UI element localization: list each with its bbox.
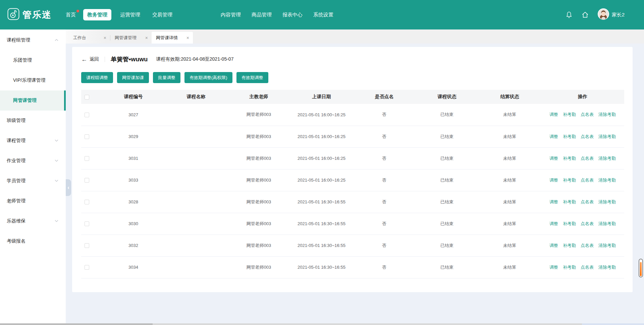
row-action-roll-call-sheet[interactable]: 点名表 xyxy=(581,265,594,270)
chevron-down-icon xyxy=(55,180,58,182)
sidebar-item-7[interactable]: 学员管理 xyxy=(0,171,66,191)
close-icon[interactable]: × xyxy=(104,36,106,40)
vertical-scrollbar-thumb[interactable] xyxy=(640,262,642,276)
table-row: 3029网管老师0032021-05-01 16:00~16:25否已结束未结算… xyxy=(81,126,624,147)
cell-roll-call: 否 xyxy=(353,191,416,213)
cell-course-name xyxy=(165,147,227,169)
row-action-roll-call-sheet[interactable]: 点名表 xyxy=(581,221,594,226)
row-checkbox[interactable] xyxy=(85,265,89,270)
nav-item-2[interactable]: 运营管理 xyxy=(120,9,140,20)
sidebar-item-0[interactable]: 课程组管理 xyxy=(0,30,66,50)
brand[interactable]: 管乐迷 xyxy=(7,8,66,21)
row-checkbox[interactable] xyxy=(85,221,89,226)
sidebar-item-1[interactable]: 乐团管理 xyxy=(0,50,66,70)
row-action-makeup-attendance[interactable]: 补考勤 xyxy=(563,178,576,183)
row-action-makeup-attendance[interactable]: 补考勤 xyxy=(563,199,576,204)
back-button[interactable]: ← 返回 xyxy=(81,56,99,62)
sidebar-item-6[interactable]: 作业管理 xyxy=(0,151,66,171)
tab-0[interactable]: 工作台× xyxy=(69,32,110,44)
action-button-2[interactable]: 批量调整 xyxy=(153,72,180,83)
sidebar-item-8[interactable]: 老师管理 xyxy=(0,191,66,211)
row-action-makeup-attendance[interactable]: 补考勤 xyxy=(563,243,576,248)
nav-item-3[interactable]: 交易管理 xyxy=(152,9,172,20)
row-action-clear-attendance[interactable]: 清除考勤 xyxy=(598,221,616,226)
row-action-makeup-attendance[interactable]: 补考勤 xyxy=(563,265,576,270)
row-action-adjust[interactable]: 调整 xyxy=(549,112,558,117)
home-icon[interactable] xyxy=(581,11,589,18)
row-checkbox[interactable] xyxy=(85,243,89,248)
page-header: ← 返回 单簧管•wuwu 课程有效期:2021-04-08至2021-05-0… xyxy=(81,55,624,64)
tab-label: 网管课管理 xyxy=(115,35,137,41)
vertical-scrollbar[interactable] xyxy=(639,259,643,277)
action-button-1[interactable]: 网管课加课 xyxy=(117,72,149,83)
row-action-clear-attendance[interactable]: 清除考勤 xyxy=(598,178,616,183)
row-action-adjust[interactable]: 调整 xyxy=(549,243,558,248)
tab-2[interactable]: 网管课详情× xyxy=(152,32,193,44)
row-checkbox-cell xyxy=(81,256,102,278)
nav-item-0[interactable]: 首页 xyxy=(66,9,76,20)
row-action-adjust[interactable]: 调整 xyxy=(549,265,558,270)
cell-course-status: 已结束 xyxy=(416,191,478,213)
row-checkbox[interactable] xyxy=(85,156,89,161)
row-action-clear-attendance[interactable]: 清除考勤 xyxy=(598,156,616,161)
row-checkbox[interactable] xyxy=(85,200,89,204)
select-all-checkbox[interactable] xyxy=(85,95,89,100)
chevron-down-icon xyxy=(55,220,58,222)
row-action-adjust[interactable]: 调整 xyxy=(549,156,558,161)
cell-settlement-status: 未结算 xyxy=(478,213,541,235)
row-action-clear-attendance[interactable]: 清除考勤 xyxy=(598,112,616,117)
row-action-makeup-attendance[interactable]: 补考勤 xyxy=(563,221,576,226)
action-button-0[interactable]: 课程组调整 xyxy=(81,72,113,83)
row-action-roll-call-sheet[interactable]: 点名表 xyxy=(581,156,594,161)
cell-settlement-status: 未结算 xyxy=(478,104,541,126)
tab-1[interactable]: 网管课管理× xyxy=(110,32,152,44)
nav-item-5[interactable]: 商品管理 xyxy=(252,9,272,20)
row-action-clear-attendance[interactable]: 清除考勤 xyxy=(598,243,616,248)
cell-actions: 调整补考勤点名表清除考勤 xyxy=(541,213,624,235)
sidebar-item-2[interactable]: VIP/乐理课管理 xyxy=(0,70,66,90)
user-menu[interactable]: 家长2 xyxy=(598,8,625,21)
row-action-makeup-attendance[interactable]: 补考勤 xyxy=(563,134,576,139)
row-checkbox-cell xyxy=(81,213,102,235)
action-button-3[interactable]: 有效期调整(高权限) xyxy=(184,72,232,83)
notification-bell-icon[interactable] xyxy=(566,11,573,19)
row-checkbox[interactable] xyxy=(85,134,89,139)
nav-item-1[interactable]: 教务管理 xyxy=(83,9,111,20)
row-action-clear-attendance[interactable]: 清除考勤 xyxy=(598,265,616,270)
cell-course-id: 3030 xyxy=(102,213,165,235)
row-checkbox[interactable] xyxy=(85,178,89,183)
sidebar-item-label: 网管课管理 xyxy=(13,97,37,104)
row-action-adjust[interactable]: 调整 xyxy=(549,134,558,139)
action-button-4[interactable]: 有效期调整 xyxy=(236,72,268,83)
row-action-roll-call-sheet[interactable]: 点名表 xyxy=(581,243,594,248)
row-checkbox[interactable] xyxy=(85,113,89,117)
nav-item-7[interactable]: 系统设置 xyxy=(313,9,333,20)
row-action-makeup-attendance[interactable]: 补考勤 xyxy=(563,112,576,117)
sidebar-item-5[interactable]: 课程管理 xyxy=(0,131,66,151)
sidebar-item-9[interactable]: 乐器维保 xyxy=(0,211,66,231)
horizontal-scrollbar-thumb[interactable] xyxy=(0,323,153,325)
nav-item-4[interactable]: 内容管理 xyxy=(221,9,241,20)
row-action-adjust[interactable]: 调整 xyxy=(549,178,558,183)
close-icon[interactable]: × xyxy=(145,36,148,40)
row-action-clear-attendance[interactable]: 清除考勤 xyxy=(598,199,616,204)
row-action-adjust[interactable]: 调整 xyxy=(549,221,558,226)
row-action-makeup-attendance[interactable]: 补考勤 xyxy=(563,156,576,161)
sidebar-item-10[interactable]: 考级报名 xyxy=(0,231,66,251)
sidebar: 课程组管理乐团管理VIP/乐理课管理网管课管理班级管理课程管理作业管理学员管理老… xyxy=(0,29,66,323)
row-action-clear-attendance[interactable]: 清除考勤 xyxy=(598,134,616,139)
sidebar-item-4[interactable]: 班级管理 xyxy=(0,111,66,131)
horizontal-scrollbar[interactable] xyxy=(0,323,644,325)
col-header-class-date: 上课日期 xyxy=(290,90,353,104)
table-row: 3034网管老师0032021-05-01 16:30~16:55否已结束未结算… xyxy=(81,256,624,278)
row-action-roll-call-sheet[interactable]: 点名表 xyxy=(581,134,594,139)
sidebar-item-3[interactable]: 网管课管理 xyxy=(0,90,66,111)
close-icon[interactable]: × xyxy=(186,36,189,40)
row-action-roll-call-sheet[interactable]: 点名表 xyxy=(581,199,594,204)
sidebar-item-label: VIP/乐理课管理 xyxy=(13,77,45,83)
row-action-roll-call-sheet[interactable]: 点名表 xyxy=(581,112,594,117)
sidebar-collapse-handle[interactable]: ‹ xyxy=(66,179,71,196)
row-action-roll-call-sheet[interactable]: 点名表 xyxy=(581,178,594,183)
nav-item-6[interactable]: 报表中心 xyxy=(282,9,303,20)
row-action-adjust[interactable]: 调整 xyxy=(549,199,558,204)
